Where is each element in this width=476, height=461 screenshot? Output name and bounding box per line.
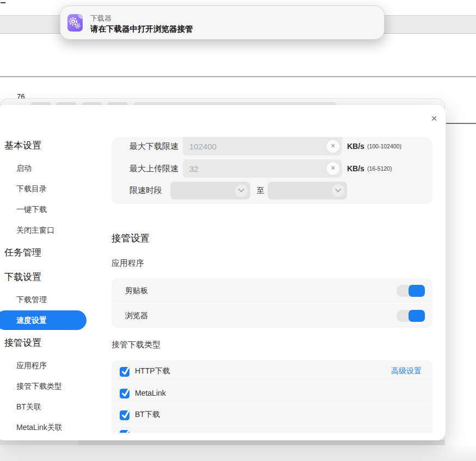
sidebar-section-download[interactable]: 下载设置 [0, 265, 94, 289]
metalink-row: MetaLink [112, 382, 432, 403]
background-divider-line [0, 76, 476, 77]
application-toggle-card: 剪贴板 浏览器 [112, 278, 432, 328]
bt-download-row: BT下载 [112, 403, 432, 425]
sidebar-item-speed-settings[interactable]: 速度设置 [0, 310, 86, 330]
download-range-label: (100-102400) [367, 143, 401, 149]
chevron-down-icon [332, 184, 344, 197]
sidebar-item-bt-assoc[interactable]: BT关联 [0, 396, 94, 417]
checkbox-checked-icon[interactable] [119, 364, 131, 377]
period-start-select[interactable] [170, 182, 250, 200]
checkbox-checked-icon[interactable] [119, 386, 131, 399]
chevron-down-icon [235, 184, 248, 197]
max-download-input-wrap: × [183, 137, 342, 155]
takeover-settings-heading: 接管设置 [112, 232, 432, 245]
sidebar-section-task[interactable]: 任务管理 [0, 240, 94, 265]
close-icon[interactable]: × [429, 113, 440, 124]
metalink-label: MetaLink [135, 389, 166, 397]
clipboard-label: 剪贴板 [125, 286, 148, 296]
clipped-type-row [112, 425, 432, 433]
settings-content-viewport: 最大下载限速 × KB/s (100-102400) 最大上传限速 × KB/s… [112, 137, 432, 433]
toast-app-title: 下载器 [90, 14, 112, 23]
sidebar-item-one-click[interactable]: 一键下载 [0, 199, 94, 220]
page-bottom-gradient [0, 445, 476, 461]
period-end-select[interactable] [268, 182, 347, 200]
clear-icon[interactable]: × [326, 140, 339, 153]
period-to-label: 至 [257, 186, 264, 196]
max-download-row: 最大下载限速 × KB/s (100-102400) [112, 137, 432, 155]
toggle-knob [409, 285, 425, 297]
window-bottom-bar [1, 440, 78, 445]
sidebar-item-download-dir[interactable]: 下载目录 [0, 178, 94, 199]
max-upload-label: 最大上传限速 [129, 164, 183, 174]
max-upload-input-wrap: × [183, 159, 342, 178]
browser-toggle[interactable] [397, 310, 425, 322]
sidebar-item-close-window[interactable]: 关闭主窗口 [0, 220, 94, 240]
settings-dialog: × 基本设置 启动 下载目录 一键下载 关闭主窗口 任务管理 下载设置 下载管理… [0, 105, 446, 440]
clipboard-row: 剪贴板 [112, 278, 432, 303]
background-content-line [446, 123, 476, 124]
http-download-row: HTTP下载 高级设置 [112, 360, 432, 382]
checkbox-checked-icon[interactable] [119, 408, 131, 421]
sidebar-item-metalink-assoc[interactable]: MetaLink关联 [0, 417, 94, 438]
toggle-knob [409, 310, 425, 322]
upload-unit-label: KB/s [347, 164, 364, 173]
upload-range-label: (16-5120) [367, 165, 392, 172]
http-download-label: HTTP下载 [135, 366, 170, 376]
clear-icon[interactable]: × [326, 162, 339, 175]
window-bottom-bar [78, 440, 444, 445]
bt-download-label: BT下载 [135, 410, 160, 420]
takeover-types-card: HTTP下载 高级设置 MetaLink BT下载 [112, 360, 432, 433]
window-resize-dash [1, 2, 5, 3]
sidebar-item-download-manage[interactable]: 下载管理 [0, 289, 94, 310]
takeover-types-heading: 接管下载类型 [112, 340, 432, 349]
sidebar-item-applications[interactable]: 应用程序 [0, 355, 94, 376]
sidebar-item-takeover-types[interactable]: 接管下载类型 [0, 376, 94, 396]
applications-heading: 应用程序 [112, 258, 432, 267]
sidebar-item-startup[interactable]: 启动 [0, 158, 94, 178]
max-download-input[interactable] [183, 137, 342, 155]
browser-row: 浏览器 [112, 303, 432, 328]
clipboard-toggle[interactable] [397, 285, 425, 297]
limit-period-row: 限速时段 至 [112, 182, 432, 200]
browser-label: 浏览器 [125, 311, 148, 321]
sidebar-section-takeover[interactable]: 接管设置 [0, 331, 94, 355]
toast-message: 请在下载器中打开浏览器接管 [90, 24, 193, 34]
settings-sidebar: 基本设置 启动 下载目录 一键下载 关闭主窗口 任务管理 下载设置 下载管理 速… [0, 133, 94, 438]
checkbox-checked-icon[interactable] [119, 427, 131, 433]
download-unit-label: KB/s [347, 142, 364, 151]
speed-limit-card: 最大下载限速 × KB/s (100-102400) 最大上传限速 × KB/s… [112, 137, 432, 204]
max-upload-input[interactable] [183, 159, 342, 178]
max-upload-row: 最大上传限速 × KB/s (16-5120) [112, 159, 432, 178]
max-download-label: 最大下载限速 [129, 141, 183, 152]
sidebar-section-basic[interactable]: 基本设置 [0, 133, 94, 158]
limit-period-label: 限速时段 [129, 185, 170, 196]
notification-toast[interactable]: 下载器 请在下载器中打开浏览器接管 [60, 5, 385, 40]
advanced-settings-link[interactable]: 高级设置 [391, 366, 422, 376]
downloader-gears-file-icon [67, 14, 83, 32]
